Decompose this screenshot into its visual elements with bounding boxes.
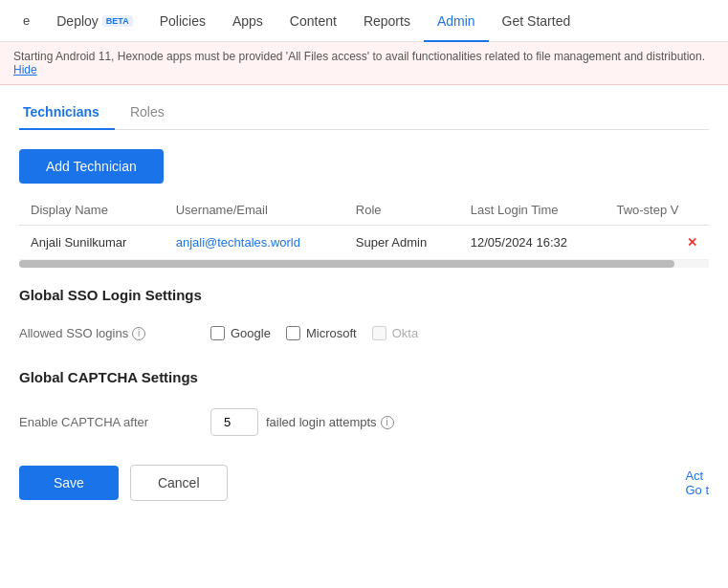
save-button[interactable]: Save [19, 466, 119, 500]
sso-microsoft-option[interactable]: Microsoft [286, 326, 357, 340]
nav-item-policies[interactable]: Policies [146, 0, 219, 42]
sso-info-icon[interactable]: i [132, 327, 145, 340]
tab-bar: Technicians Roles [19, 85, 709, 130]
captcha-label: Enable CAPTCHA after [19, 415, 210, 429]
col-two-step: Two-step V [605, 195, 709, 226]
cancel-button[interactable]: Cancel [130, 465, 228, 501]
col-username-email: Username/Email [165, 195, 344, 226]
nav-item-reports[interactable]: Reports [350, 0, 424, 42]
captcha-input-group: 5 failed login attempts i [210, 408, 394, 436]
sso-microsoft-checkbox[interactable] [286, 326, 300, 340]
beta-badge: BETA [102, 15, 133, 27]
add-button-row: Add Technician [19, 149, 709, 184]
banner-hide-link[interactable]: Hide [13, 63, 37, 76]
captcha-info-icon[interactable]: i [381, 416, 394, 429]
captcha-suffix: failed login attempts i [266, 415, 394, 429]
nav-item-deploy[interactable]: Deploy BETA [43, 0, 145, 42]
add-technician-button[interactable]: Add Technician [19, 149, 164, 184]
nav-item-content[interactable]: Content [276, 0, 350, 42]
nav-item-back[interactable]: e [10, 0, 43, 42]
nav-item-apps[interactable]: Apps [219, 0, 276, 42]
technicians-table-wrapper: Display Name Username/Email Role Last Lo… [19, 195, 709, 260]
sso-label: Allowed SSO logins i [19, 326, 210, 340]
tab-technicians[interactable]: Technicians [19, 95, 115, 129]
cell-role: Super Admin [344, 226, 459, 260]
captcha-section-header: Global CAPTCHA Settings [19, 369, 709, 385]
banner-text: Starting Android 11, Hexnode apps must b… [13, 50, 705, 63]
table-header-row: Display Name Username/Email Role Last Lo… [19, 195, 709, 226]
table-scrollbar[interactable] [19, 260, 709, 268]
sso-microsoft-label: Microsoft [306, 326, 357, 340]
table-row: Anjali Sunilkumar anjali@techtales.world… [19, 226, 709, 260]
nav-item-get-started[interactable]: Get Started [489, 0, 585, 42]
sso-section-header: Global SSO Login Settings [19, 287, 709, 303]
col-last-login: Last Login Time [459, 195, 606, 226]
scrollbar-thumb [19, 260, 674, 268]
captcha-settings-row: Enable CAPTCHA after 5 failed login atte… [19, 399, 709, 446]
sso-google-checkbox[interactable] [210, 326, 225, 340]
top-navigation: e Deploy BETA Policies Apps Content Repo… [0, 0, 728, 42]
sso-okta-label: Okta [392, 326, 418, 340]
cell-email: anjali@techtales.world [165, 226, 344, 260]
sso-google-label: Google [231, 326, 271, 340]
bottom-action-bar: Save Cancel Act Go t [19, 446, 709, 511]
col-role: Role [344, 195, 459, 226]
tab-roles[interactable]: Roles [126, 95, 180, 129]
cell-last-login: 12/05/2024 16:32 [459, 226, 606, 260]
sso-okta-checkbox [372, 326, 386, 340]
nav-item-admin[interactable]: Admin [424, 0, 489, 42]
sso-google-option[interactable]: Google [210, 326, 271, 340]
main-content: Technicians Roles Add Technician Display… [0, 85, 728, 511]
captcha-number-input[interactable]: 5 [210, 408, 258, 436]
cell-display-name: Anjali Sunilkumar [19, 226, 165, 260]
col-display-name: Display Name [19, 195, 165, 226]
sso-okta-option[interactable]: Okta [372, 326, 418, 340]
technicians-table: Display Name Username/Email Role Last Lo… [19, 195, 709, 260]
sso-settings-row: Allowed SSO logins i Google Microsoft Ok… [19, 316, 709, 350]
info-banner: Starting Android 11, Hexnode apps must b… [0, 42, 728, 85]
cell-action[interactable]: ✕ [605, 226, 709, 260]
sso-options: Google Microsoft Okta [210, 326, 418, 340]
side-action-link[interactable]: Act Go t [685, 468, 709, 497]
